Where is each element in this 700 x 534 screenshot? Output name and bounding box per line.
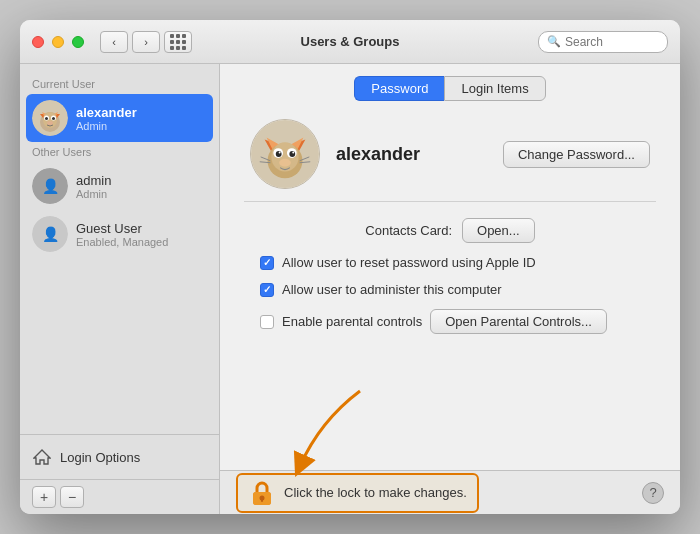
- sidebar-actions: + −: [20, 479, 219, 514]
- sidebar: Current User: [20, 64, 220, 514]
- main-panel-wrapper: Password Login Items: [220, 64, 680, 514]
- checkbox-parental[interactable]: [260, 315, 274, 329]
- svg-point-24: [279, 152, 281, 154]
- user-info-admin: admin Admin: [76, 173, 111, 200]
- svg-point-22: [276, 151, 282, 157]
- content: Current User: [20, 64, 680, 514]
- user-name-admin: admin: [76, 173, 111, 188]
- window: ‹ › Users & Groups 🔍 Current User: [20, 20, 680, 514]
- svg-point-10: [52, 117, 55, 120]
- svg-point-9: [45, 117, 48, 120]
- tab-login-items[interactable]: Login Items: [444, 76, 545, 101]
- user-role-guest: Enabled, Managed: [76, 236, 168, 248]
- lock-icon: [248, 479, 276, 507]
- sidebar-bottom: Login Options: [20, 434, 219, 479]
- avatar-guest: 👤: [32, 216, 68, 252]
- parental-row: Enable parental controls Open Parental C…: [250, 309, 650, 334]
- user-role-alexander: Admin: [76, 120, 137, 132]
- user-item-guest[interactable]: 👤 Guest User Enabled, Managed: [20, 210, 219, 258]
- svg-point-11: [47, 121, 53, 125]
- window-title: Users & Groups: [301, 34, 400, 49]
- minimize-button[interactable]: [52, 36, 64, 48]
- current-user-label: Current User: [20, 74, 219, 94]
- user-role-admin: Admin: [76, 188, 111, 200]
- open-parental-controls-button[interactable]: Open Parental Controls...: [430, 309, 607, 334]
- forward-button[interactable]: ›: [132, 31, 160, 53]
- open-contacts-button[interactable]: Open...: [462, 218, 535, 243]
- svg-rect-35: [261, 498, 263, 502]
- add-user-button[interactable]: +: [32, 486, 56, 508]
- help-button[interactable]: ?: [642, 482, 664, 504]
- svg-point-26: [279, 159, 291, 167]
- titlebar: ‹ › Users & Groups 🔍: [20, 20, 680, 64]
- close-button[interactable]: [32, 36, 44, 48]
- user-item-admin[interactable]: 👤 admin Admin: [20, 162, 219, 210]
- lock-area[interactable]: Click the lock to make changes.: [236, 473, 479, 513]
- lock-text: Click the lock to make changes.: [284, 485, 467, 500]
- user-name-alexander: alexander: [76, 105, 137, 120]
- user-header: alexander Change Password...: [220, 111, 680, 197]
- avatar-alexander: [32, 100, 68, 136]
- checkbox-label-admin: Allow user to administer this computer: [282, 282, 502, 297]
- search-box[interactable]: 🔍: [538, 31, 668, 53]
- search-input[interactable]: [565, 35, 659, 49]
- house-icon: [32, 447, 52, 467]
- login-options-item[interactable]: Login Options: [32, 443, 207, 471]
- traffic-lights: [32, 36, 84, 48]
- login-options-label: Login Options: [60, 450, 140, 465]
- svg-point-23: [289, 151, 295, 157]
- contacts-row: Contacts Card: Open...: [250, 218, 650, 243]
- user-name-guest: Guest User: [76, 221, 168, 236]
- user-item-alexander[interactable]: alexander Admin: [26, 94, 213, 142]
- checkbox-admin[interactable]: [260, 283, 274, 297]
- remove-user-button[interactable]: −: [60, 486, 84, 508]
- bottom-bar: Click the lock to make changes. ?: [220, 470, 680, 514]
- checkbox-label-parental: Enable parental controls: [282, 314, 422, 329]
- checkbox-row-appleid: Allow user to reset password using Apple…: [250, 255, 650, 270]
- maximize-button[interactable]: [72, 36, 84, 48]
- contacts-label: Contacts Card:: [365, 223, 452, 238]
- svg-point-25: [292, 152, 294, 154]
- tab-bar: Password Login Items: [220, 64, 680, 111]
- svg-marker-12: [34, 450, 50, 464]
- checkbox-label-appleid: Allow user to reset password using Apple…: [282, 255, 536, 270]
- tab-password[interactable]: Password: [354, 76, 444, 101]
- main-panel: Password Login Items: [220, 64, 680, 470]
- main-user-name: alexander: [336, 144, 487, 165]
- settings-area: Contacts Card: Open... Allow user to res…: [220, 206, 680, 346]
- back-button[interactable]: ‹: [100, 31, 128, 53]
- nav-buttons: ‹ ›: [100, 31, 160, 53]
- guest-icon: 👤: [42, 226, 59, 242]
- divider-1: [244, 201, 656, 202]
- other-users-label: Other Users: [20, 142, 219, 162]
- user-info-alexander: alexander Admin: [76, 105, 137, 132]
- avatar-large-alexander: [250, 119, 320, 189]
- avatar-admin: 👤: [32, 168, 68, 204]
- change-password-button[interactable]: Change Password...: [503, 141, 650, 168]
- search-icon: 🔍: [547, 35, 561, 48]
- user-info-guest: Guest User Enabled, Managed: [76, 221, 168, 248]
- grid-button[interactable]: [164, 31, 192, 53]
- admin-icon: 👤: [42, 178, 59, 194]
- checkbox-appleid[interactable]: [260, 256, 274, 270]
- checkbox-row-admin: Allow user to administer this computer: [250, 282, 650, 297]
